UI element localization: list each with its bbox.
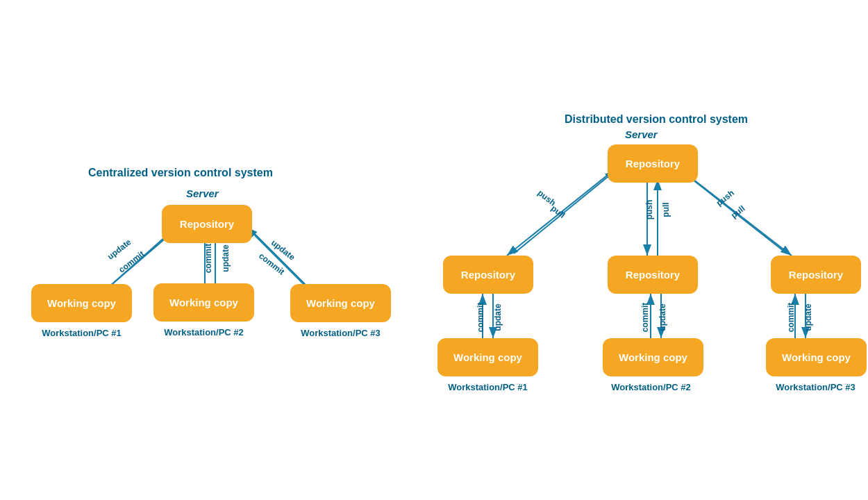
right-center-repo-node: Repository	[608, 256, 698, 294]
right-update-label-3: update	[803, 303, 813, 331]
left-diagram-title: Centralized version control system	[69, 167, 292, 179]
right-server-label: Server	[625, 128, 658, 140]
right-left-repo-node: Repository	[443, 256, 533, 294]
right-commit-label-2: commit	[640, 303, 650, 333]
left-update-label-2: update	[221, 244, 231, 272]
left-ws-label-3: Workstation/PC #3	[290, 328, 391, 338]
right-ws-label-2: Workstation/PC #2	[597, 382, 705, 392]
right-ws-label-1: Workstation/PC #1	[434, 382, 542, 392]
left-wc-node-1: Working copy	[31, 284, 132, 322]
left-wc-node-2: Working copy	[153, 283, 254, 322]
right-wc-node-3: Working copy	[766, 338, 867, 376]
right-wc-node-2: Working copy	[603, 338, 703, 376]
diagram-container: Centralized version control system Serve…	[0, 0, 868, 500]
right-pull-label-3: pull	[729, 203, 746, 220]
left-ws-label-1: Workstation/PC #1	[31, 328, 132, 338]
left-commit-label-2: commit	[203, 244, 213, 274]
right-pull-label-2: pull	[661, 202, 671, 217]
left-server-label: Server	[186, 188, 219, 199]
right-push-label-3: push	[715, 188, 736, 208]
right-diagram-title: Distributed version control system	[507, 113, 806, 126]
right-wc-node-1: Working copy	[437, 338, 538, 376]
right-right-repo-node: Repository	[771, 256, 861, 294]
arrows-svg	[0, 0, 868, 500]
right-server-repo-node: Repository	[608, 144, 698, 183]
right-commit-label-3: commit	[786, 303, 796, 333]
left-ws-label-2: Workstation/PC #2	[153, 327, 254, 338]
right-update-label-2: update	[658, 303, 667, 331]
left-wc-node-3: Working copy	[290, 284, 391, 322]
right-commit-label-1: commit	[476, 303, 485, 333]
right-update-label-1: update	[493, 303, 503, 331]
right-push-label-2: push	[644, 200, 654, 220]
left-repo-node: Repository	[162, 205, 252, 243]
right-ws-label-3: Workstation/PC #3	[762, 382, 868, 392]
